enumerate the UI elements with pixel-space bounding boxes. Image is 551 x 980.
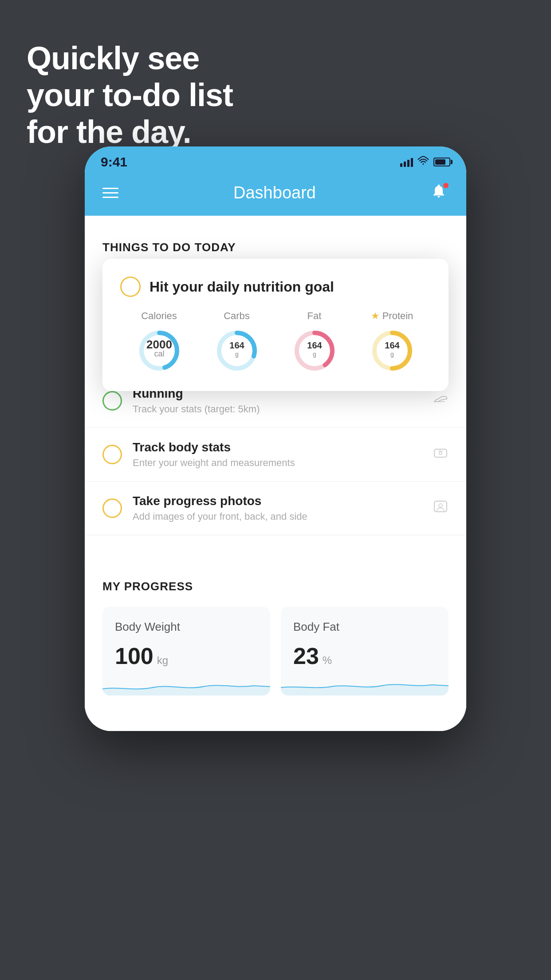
scale-icon bbox=[433, 445, 449, 464]
svg-text:164: 164 bbox=[385, 340, 400, 350]
calories-ring-item: Calories 2000 cal bbox=[135, 310, 184, 375]
star-icon: ★ bbox=[371, 310, 380, 322]
body-fat-unit: % bbox=[323, 654, 332, 667]
svg-text:164: 164 bbox=[307, 340, 322, 350]
hero-line2: your to-do list bbox=[27, 77, 233, 113]
running-check-circle bbox=[102, 391, 122, 411]
todo-item-photos[interactable]: Take progress photos Add images of your … bbox=[85, 482, 466, 535]
status-icons bbox=[400, 156, 450, 168]
things-header-area: THINGS TO DO TODAY bbox=[85, 216, 466, 263]
body-stats-title: Track body stats bbox=[133, 440, 422, 454]
body-weight-wave bbox=[102, 669, 270, 695]
shoe-icon bbox=[433, 391, 449, 411]
todo-list: Running Track your stats (target: 5km) T… bbox=[85, 374, 466, 535]
body-fat-wave bbox=[281, 669, 449, 695]
nutrition-card-spacer: Hit your daily nutrition goal Calories 2… bbox=[85, 263, 466, 285]
running-subtitle: Track your stats (target: 5km) bbox=[133, 403, 422, 415]
carbs-label: Carbs bbox=[224, 310, 250, 322]
body-fat-value: 23 % bbox=[293, 643, 436, 669]
person-icon bbox=[433, 498, 449, 518]
body-fat-number: 23 bbox=[293, 643, 319, 669]
hero-heading: Quickly see your to-do list for the day. bbox=[27, 40, 233, 150]
body-weight-value: 100 kg bbox=[115, 643, 258, 669]
progress-section: MY PROGRESS Body Weight 100 kg bbox=[85, 557, 466, 713]
body-weight-number: 100 bbox=[115, 643, 153, 669]
signal-icon bbox=[400, 157, 413, 167]
menu-button[interactable] bbox=[102, 188, 118, 198]
protein-ring: 164 g bbox=[368, 326, 417, 375]
fat-ring-item: Fat 164 g bbox=[290, 310, 339, 375]
notifications-button[interactable] bbox=[431, 183, 449, 202]
protein-ring-item: ★ Protein 164 g bbox=[368, 310, 417, 375]
calories-label: Calories bbox=[141, 310, 177, 322]
body-stats-check-circle bbox=[102, 445, 122, 464]
svg-text:g: g bbox=[235, 351, 239, 358]
photos-subtitle: Add images of your front, back, and side bbox=[133, 511, 422, 522]
status-time: 9:41 bbox=[101, 154, 127, 170]
svg-point-18 bbox=[439, 452, 442, 454]
svg-text:cal: cal bbox=[154, 349, 164, 358]
svg-rect-17 bbox=[434, 449, 447, 457]
phone-mockup: 9:41 bbox=[85, 146, 466, 731]
calories-ring: 2000 cal bbox=[135, 326, 184, 375]
nutrition-card: Hit your daily nutrition goal Calories 2… bbox=[102, 259, 449, 391]
carbs-ring-item: Carbs 164 g bbox=[213, 310, 261, 375]
wifi-icon bbox=[417, 156, 429, 168]
body-fat-title: Body Fat bbox=[293, 620, 436, 634]
body-stats-subtitle: Enter your weight and measurements bbox=[133, 457, 422, 469]
fat-label: Fat bbox=[307, 310, 322, 322]
svg-text:g: g bbox=[313, 351, 316, 358]
battery-icon bbox=[433, 158, 450, 166]
body-weight-title: Body Weight bbox=[115, 620, 258, 634]
nav-title: Dashboard bbox=[233, 183, 316, 202]
body-weight-card: Body Weight 100 kg bbox=[102, 607, 270, 695]
svg-rect-19 bbox=[434, 501, 447, 512]
svg-text:164: 164 bbox=[229, 340, 244, 350]
photos-text: Take progress photos Add images of your … bbox=[133, 494, 422, 522]
body-weight-unit: kg bbox=[157, 654, 168, 667]
photos-check-circle bbox=[102, 498, 122, 518]
fat-ring: 164 g bbox=[290, 326, 339, 375]
hero-line1: Quickly see bbox=[27, 40, 199, 76]
status-bar: 9:41 bbox=[85, 146, 466, 174]
progress-header: MY PROGRESS bbox=[102, 580, 449, 593]
spacer bbox=[85, 535, 466, 557]
protein-label: ★ Protein bbox=[371, 310, 413, 322]
svg-point-20 bbox=[439, 504, 442, 507]
nutrition-card-header: Hit your daily nutrition goal bbox=[120, 277, 431, 297]
svg-point-0 bbox=[422, 163, 424, 165]
progress-cards: Body Weight 100 kg Body Fat bbox=[102, 607, 449, 695]
svg-text:g: g bbox=[390, 351, 394, 358]
bottom-padding bbox=[85, 713, 466, 731]
hero-line3: for the day. bbox=[27, 114, 191, 150]
body-fat-card: Body Fat 23 % bbox=[281, 607, 449, 695]
carbs-ring: 164 g bbox=[213, 326, 261, 375]
nutrition-card-title: Hit your daily nutrition goal bbox=[150, 279, 334, 295]
photos-title: Take progress photos bbox=[133, 494, 422, 508]
main-content: THINGS TO DO TODAY Hit your daily nutrit… bbox=[85, 216, 466, 731]
nutrition-check-circle[interactable] bbox=[120, 277, 141, 297]
body-stats-text: Track body stats Enter your weight and m… bbox=[133, 440, 422, 469]
todo-item-body-stats[interactable]: Track body stats Enter your weight and m… bbox=[85, 428, 466, 482]
nav-bar: Dashboard bbox=[85, 174, 466, 216]
nutrition-rings: Calories 2000 cal Carbs bbox=[120, 310, 431, 375]
things-header: THINGS TO DO TODAY bbox=[85, 225, 466, 263]
notification-badge bbox=[443, 183, 449, 188]
